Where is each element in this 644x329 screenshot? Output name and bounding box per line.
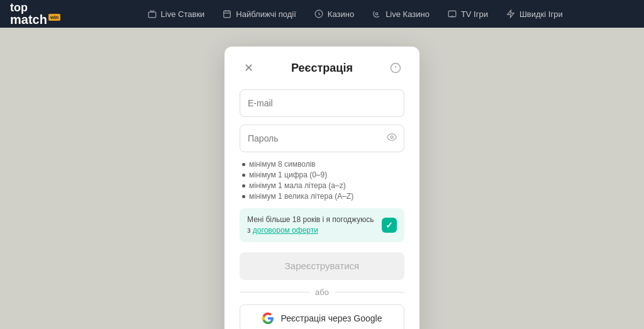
nav-label-fast-games: Швидкі Ігри <box>519 9 563 19</box>
main-content: ✕ Реєстрація мінімум 8 символів <box>0 28 644 329</box>
modal-header: ✕ Реєстрація <box>240 59 404 77</box>
nav-items: Live Ставки Найближчі події Казино Live … <box>75 5 634 23</box>
calendar-icon <box>222 9 232 19</box>
modal-title: Реєстрація <box>257 62 387 75</box>
password-input[interactable] <box>240 125 404 152</box>
email-input[interactable] <box>240 89 404 117</box>
nav-item-fast-games[interactable]: Швидкі Ігри <box>498 5 570 23</box>
info-icon[interactable] <box>387 59 404 77</box>
logo-match: matchwin <box>10 13 60 26</box>
nav-label-live-bets: Live Ставки <box>161 9 205 19</box>
thunder-icon <box>506 9 516 19</box>
agreement-checkbox[interactable] <box>382 218 397 233</box>
close-button[interactable]: ✕ <box>240 59 257 77</box>
hint-dot <box>242 174 245 177</box>
svg-marker-8 <box>508 10 514 18</box>
google-btn-label: Реєстрація через Google <box>280 313 382 323</box>
hint-dot <box>242 163 245 166</box>
tv2-icon <box>447 9 457 19</box>
svg-point-10 <box>391 136 393 138</box>
casino-icon <box>314 9 324 19</box>
nav-item-tv-games[interactable]: TV Ігри <box>440 5 496 23</box>
eye-icon[interactable] <box>387 132 397 145</box>
divider-line-right <box>335 292 404 293</box>
hint-text: мінімум 1 мала літера (a–z) <box>249 181 346 190</box>
hint-item: мінімум 1 велика літера (A–Z) <box>242 192 404 201</box>
nav-label-upcoming: Найближчі події <box>236 9 296 19</box>
hint-dot <box>242 195 245 198</box>
register-button[interactable]: Зареєструватися <box>240 252 404 280</box>
navbar: top matchwin Live Ставки Найближчі події… <box>0 0 644 28</box>
hint-item: мінімум 1 мала літера (a–z) <box>242 181 404 190</box>
hint-item: мінімум 1 цифра (0–9) <box>242 170 404 179</box>
password-group <box>240 125 404 152</box>
nav-item-casino[interactable]: Казино <box>306 5 362 23</box>
svg-point-6 <box>375 13 378 15</box>
google-icon <box>262 312 274 325</box>
email-group <box>240 89 404 117</box>
logo-top: top <box>10 2 60 13</box>
divider: або <box>240 287 404 297</box>
logo[interactable]: top matchwin <box>10 2 60 26</box>
nav-label-tv-games: TV Ігри <box>461 9 488 19</box>
agreement-text: Мені більше 18 років і я погоджуюсь з до… <box>247 215 375 236</box>
divider-text: або <box>315 287 329 297</box>
agreement-box: Мені більше 18 років і я погоджуюсь з до… <box>240 208 404 242</box>
password-hints: мінімум 8 символів мінімум 1 цифра (0–9)… <box>242 160 404 201</box>
live-icon <box>372 9 382 19</box>
google-register-button[interactable]: Реєстрація через Google <box>240 304 404 329</box>
tv-icon <box>147 9 157 19</box>
nav-item-live-casino[interactable]: Live Казино <box>364 5 437 23</box>
hint-text: мінімум 1 велика літера (A–Z) <box>249 192 353 201</box>
nav-item-live-bets[interactable]: Live Ставки <box>140 5 213 23</box>
nav-label-casino: Казино <box>328 9 354 19</box>
divider-line-left <box>240 292 309 293</box>
registration-modal: ✕ Реєстрація мінімум 8 символів <box>225 47 419 329</box>
agreement-link[interactable]: договором оферти <box>253 226 318 235</box>
hint-dot <box>242 184 245 187</box>
logo-win: win <box>48 14 60 21</box>
nav-label-live-casino: Live Казино <box>386 9 430 19</box>
nav-item-upcoming[interactable]: Найближчі події <box>214 5 303 23</box>
svg-rect-0 <box>148 12 156 18</box>
hint-text: мінімум 1 цифра (0–9) <box>249 170 327 179</box>
hint-item: мінімум 8 символів <box>242 160 404 169</box>
hint-text: мінімум 8 символів <box>249 160 316 169</box>
svg-rect-1 <box>224 11 231 17</box>
